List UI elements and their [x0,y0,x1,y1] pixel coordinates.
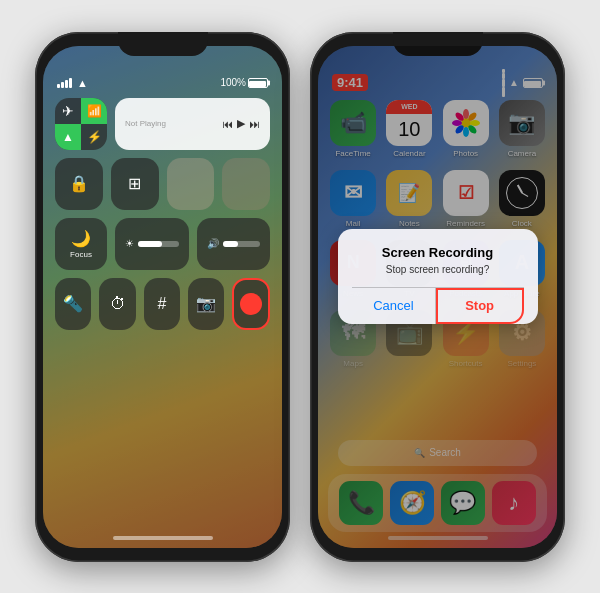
wifi-icon: ▲ [77,77,88,89]
cc-row-2: 🔒 ⊞ [55,158,270,210]
homescreen-bg: 9:41 ▲ [318,46,557,548]
home-bar-left[interactable] [113,536,213,540]
cc-row-3: 🌙 Focus ☀ 🔊 [55,218,270,270]
dialog-box: Screen Recording Stop screen recording? … [338,229,538,324]
signal-bars [57,78,72,88]
screen-record-tile[interactable] [232,278,270,330]
dialog-buttons: Cancel Stop [352,288,524,324]
cc-row-4: 🔦 ⏱ # 📷 [55,278,270,330]
cc-grid: ✈ 📶 ▲ ⚡ Not Playing ⏮ ▶ ⏭ [55,98,270,338]
bluetooth-tile[interactable]: ⚡ [81,124,107,150]
cancel-button[interactable]: Cancel [352,288,436,324]
lock-rotation-tile[interactable]: 🔒 [55,158,103,210]
control-center-bg: ▲ 100% ✈ 📶 ▲ ⚡ [43,46,282,548]
timer-tile[interactable]: ⏱ [99,278,135,330]
battery-display: 100% [220,77,268,88]
calculator-tile[interactable]: # [144,278,180,330]
connectivity-pair[interactable]: ✈ 📶 ▲ ⚡ [55,98,107,150]
left-screen: ▲ 100% ✈ 📶 ▲ ⚡ [43,46,282,548]
volume-tile[interactable]: 🔊 [197,218,271,270]
focus-label: Focus [70,250,92,259]
torch-tile[interactable]: 🔦 [55,278,91,330]
tile-3[interactable] [167,158,215,210]
cc-row-1: ✈ 📶 ▲ ⚡ Not Playing ⏮ ▶ ⏭ [55,98,270,150]
dialog-title: Screen Recording [352,245,524,260]
right-screen: 9:41 ▲ [318,46,557,548]
music-widget[interactable]: Not Playing ⏮ ▶ ⏭ [115,98,270,150]
right-phone: 9:41 ▲ [310,32,565,562]
record-dot [240,293,262,315]
music-playing-label: Not Playing [125,119,166,128]
focus-tile[interactable]: 🌙 Focus [55,218,107,270]
prev-button[interactable]: ⏮ [222,118,233,130]
music-controls[interactable]: ⏮ ▶ ⏭ [222,117,260,130]
battery-icon [248,78,268,88]
dialog-overlay: Screen Recording Stop screen recording? … [318,46,557,548]
notch [118,32,208,56]
next-button[interactable]: ⏭ [249,118,260,130]
cellular-tile[interactable]: 📶 [81,98,107,124]
wifi-tile[interactable]: ▲ [55,124,81,150]
camera-cc-tile[interactable]: 📷 [188,278,224,330]
cc-status-bar: ▲ 100% [57,74,268,92]
dialog-message: Stop screen recording? [352,264,524,275]
left-phone: ▲ 100% ✈ 📶 ▲ ⚡ [35,32,290,562]
airplane-tile[interactable]: ✈ [55,98,81,124]
play-button[interactable]: ▶ [237,117,245,130]
moon-icon: 🌙 [71,229,91,248]
tile-4[interactable] [222,158,270,210]
stop-button[interactable]: Stop [436,288,524,324]
screen-mirror-tile[interactable]: ⊞ [111,158,159,210]
brightness-tile[interactable]: ☀ [115,218,189,270]
